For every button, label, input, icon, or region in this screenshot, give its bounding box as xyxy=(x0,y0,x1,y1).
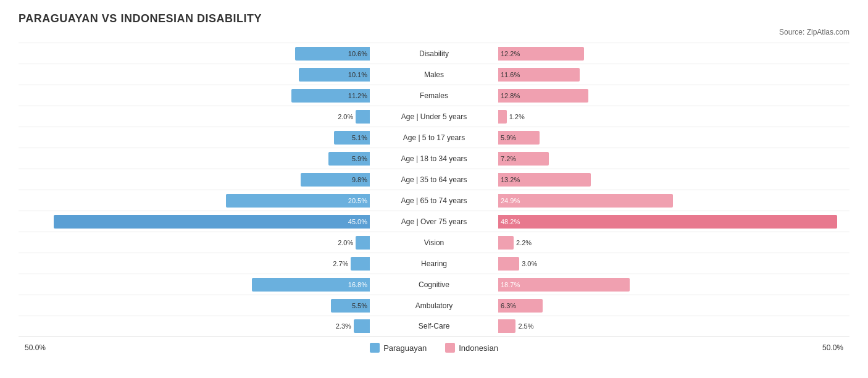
chart-row: 11.2%Females12.8% xyxy=(19,85,849,106)
bar-right-value: 13.2% xyxy=(501,176,520,183)
bar-left-value: 2.7% xyxy=(333,260,348,267)
bar-left-value: 5.5% xyxy=(352,302,367,309)
right-bar-wrapper: 13.2% xyxy=(496,169,849,190)
right-bar-wrapper: 12.8% xyxy=(496,85,849,106)
bar-right-value: 3.0% xyxy=(522,260,537,267)
chart-row: 10.1%Males11.6% xyxy=(19,64,849,85)
bar-right-value: 12.2% xyxy=(501,50,520,57)
right-bar-wrapper: 48.2% xyxy=(496,211,849,232)
left-bar-wrapper: 11.2% xyxy=(19,85,372,106)
left-bar-wrapper: 2.7% xyxy=(19,253,372,274)
row-label: Age | Over 75 years xyxy=(372,217,496,226)
legend-indonesian-label: Indonesian xyxy=(459,343,498,353)
bar-right-value: 12.8% xyxy=(501,92,520,99)
row-label: Hearing xyxy=(372,259,496,268)
chart-row: 5.9%Age | 18 to 34 years7.2% xyxy=(19,148,849,169)
chart-row: 2.0%Vision2.2% xyxy=(19,232,849,253)
chart-row: 2.7%Hearing3.0% xyxy=(19,253,849,274)
chart-row: 2.3%Self-Care2.5% xyxy=(19,316,849,337)
bar-right-value: 18.7% xyxy=(501,281,520,288)
right-bar-wrapper: 5.9% xyxy=(496,127,849,148)
right-bar-wrapper: 6.3% xyxy=(496,295,849,316)
left-bar-wrapper: 10.6% xyxy=(19,43,372,64)
chart-row: 9.8%Age | 35 to 64 years13.2% xyxy=(19,169,849,190)
bar-right-value: 6.3% xyxy=(501,302,516,309)
bar-left-value: 10.6% xyxy=(348,50,367,57)
chart-title: PARAGUAYAN VS INDONESIAN DISABILITY xyxy=(19,12,849,25)
chart-row: 16.8%Cognitive18.7% xyxy=(19,274,849,295)
legend-paraguayan: Paraguayan xyxy=(370,343,427,353)
bar-left-value: 16.8% xyxy=(348,281,367,288)
left-bar-wrapper: 16.8% xyxy=(19,274,372,295)
left-bar-wrapper: 2.0% xyxy=(19,232,372,253)
right-bar-wrapper: 24.9% xyxy=(496,190,849,211)
row-label: Age | 35 to 64 years xyxy=(372,175,496,184)
row-label: Age | 65 to 74 years xyxy=(372,196,496,205)
axis-left-label: 50.0% xyxy=(25,343,62,352)
row-label: Ambulatory xyxy=(372,301,496,310)
bar-left-value: 5.9% xyxy=(352,155,367,162)
right-bar-wrapper: 1.2% xyxy=(496,106,849,127)
bar-right-value: 7.2% xyxy=(501,155,516,162)
chart-row: 10.6%Disability12.2% xyxy=(19,43,849,64)
legend-blue-box xyxy=(370,343,380,353)
legend-paraguayan-label: Paraguayan xyxy=(383,343,427,353)
bar-left-value: 10.1% xyxy=(348,71,367,78)
chart-container: 10.6%Disability12.2%10.1%Males11.6%11.2%… xyxy=(19,43,849,337)
bar-right-value: 24.9% xyxy=(501,197,520,204)
chart-row: 2.0%Age | Under 5 years1.2% xyxy=(19,106,849,127)
bar-left-value: 2.0% xyxy=(338,239,353,246)
legend-items: Paraguayan Indonesian xyxy=(62,343,806,353)
row-label: Age | 5 to 17 years xyxy=(372,133,496,142)
right-bar-wrapper: 12.2% xyxy=(496,43,849,64)
row-label: Disability xyxy=(372,49,496,58)
legend-pink-box xyxy=(445,343,455,353)
right-bar-wrapper: 18.7% xyxy=(496,274,849,295)
left-bar-wrapper: 10.1% xyxy=(19,64,372,85)
row-label: Females xyxy=(372,91,496,100)
bar-right-value: 11.6% xyxy=(501,71,520,78)
left-bar-wrapper: 45.0% xyxy=(19,211,372,232)
left-bar-wrapper: 5.1% xyxy=(19,127,372,148)
row-label: Vision xyxy=(372,238,496,247)
row-label: Age | 18 to 34 years xyxy=(372,154,496,163)
row-label: Age | Under 5 years xyxy=(372,112,496,121)
right-bar-wrapper: 2.5% xyxy=(496,316,849,336)
chart-row: 5.1%Age | 5 to 17 years5.9% xyxy=(19,127,849,148)
right-bar-wrapper: 7.2% xyxy=(496,148,849,169)
legend-indonesian: Indonesian xyxy=(445,343,498,353)
bar-left-value: 11.2% xyxy=(348,92,367,99)
bar-right-value: 1.2% xyxy=(509,113,525,120)
right-bar-wrapper: 2.2% xyxy=(496,232,849,253)
bar-right-value: 5.9% xyxy=(501,134,516,141)
bar-left-value: 20.5% xyxy=(348,197,367,204)
chart-row: 45.0%Age | Over 75 years48.2% xyxy=(19,211,849,232)
bar-right-value: 48.2% xyxy=(501,218,520,225)
legend-container: 50.0% Paraguayan Indonesian 50.0% xyxy=(19,343,849,353)
source-label: Source: ZipAtlas.com xyxy=(19,28,849,36)
left-bar-wrapper: 5.9% xyxy=(19,148,372,169)
left-bar-wrapper: 2.3% xyxy=(19,316,372,336)
chart-row: 5.5%Ambulatory6.3% xyxy=(19,295,849,316)
bar-left-value: 45.0% xyxy=(348,218,367,225)
left-bar-wrapper: 2.0% xyxy=(19,106,372,127)
bar-right-value: 2.5% xyxy=(518,322,533,330)
row-label: Cognitive xyxy=(372,280,496,289)
bar-left-value: 9.8% xyxy=(352,176,367,183)
left-bar-wrapper: 5.5% xyxy=(19,295,372,316)
bar-right-value: 2.2% xyxy=(516,239,532,246)
bar-left-value: 5.1% xyxy=(352,134,367,141)
right-bar-wrapper: 11.6% xyxy=(496,64,849,85)
bar-left-value: 2.0% xyxy=(338,113,353,120)
left-bar-wrapper: 9.8% xyxy=(19,169,372,190)
axis-right-label: 50.0% xyxy=(806,343,843,352)
row-label: Males xyxy=(372,70,496,79)
right-bar-wrapper: 3.0% xyxy=(496,253,849,274)
left-bar-wrapper: 20.5% xyxy=(19,190,372,211)
chart-row: 20.5%Age | 65 to 74 years24.9% xyxy=(19,190,849,211)
bar-left-value: 2.3% xyxy=(336,322,351,330)
row-label: Self-Care xyxy=(372,322,496,330)
